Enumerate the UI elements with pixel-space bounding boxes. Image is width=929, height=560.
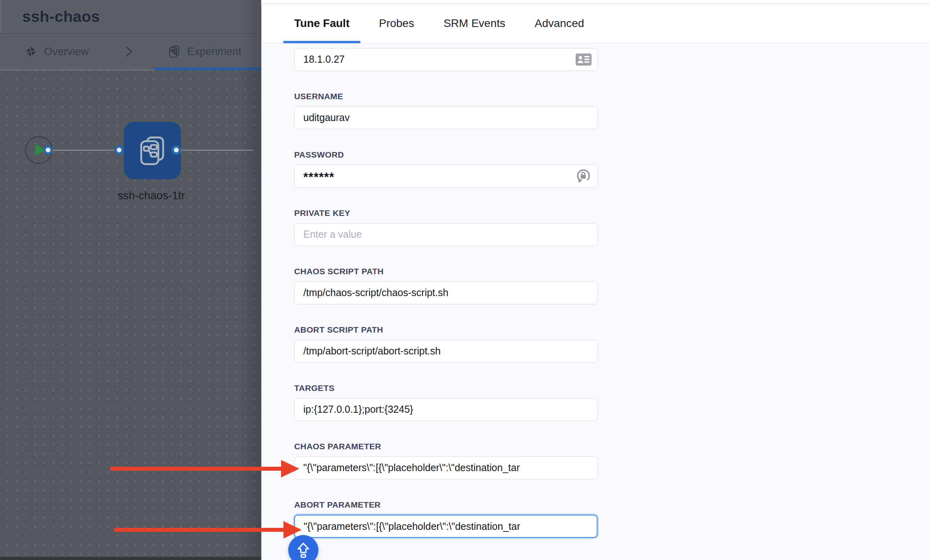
breadcrumb-experiment-label: Experiment <box>187 46 242 58</box>
fault-node-label: ssh-chaos-1tr <box>108 189 195 202</box>
window-bottom-edge <box>0 557 261 560</box>
connector-dot[interactable] <box>172 145 181 155</box>
breadcrumb: Overview Experime <box>0 33 261 70</box>
id-card-icon[interactable] <box>576 54 592 66</box>
field-ip-value: 18.1.0.27 <box>303 48 572 71</box>
page-title: ssh-chaos <box>22 8 100 25</box>
tab-tune-fault[interactable]: Tune Fault <box>283 4 360 43</box>
field-chaos-script-path-value: /tmp/chaos-script/chaos-script.sh <box>303 282 572 304</box>
field-ip: 18.1.0.27 <box>294 48 597 71</box>
field-targets-value: ip:{127.0.0.1};port:{3245} <box>303 398 572 421</box>
field-chaos-parameter-label: CHAOS PARAMETER <box>294 442 597 451</box>
field-abort-parameter-input[interactable]: "{\"parameters\":[{\"placeholder\":\"des… <box>294 515 597 538</box>
field-username-label: USERNAME <box>294 92 597 101</box>
field-chaos-script-path: CHAOS SCRIPT PATH/tmp/chaos-script/chaos… <box>294 267 597 304</box>
edge-line <box>181 150 254 151</box>
password-reset-icon[interactable] <box>575 168 592 185</box>
field-password-value: ****** <box>303 165 572 187</box>
field-chaos-parameter-input[interactable]: "{\"parameters\":[{\"placeholder\":\"des… <box>294 456 597 479</box>
field-abort-script-path-label: ABORT SCRIPT PATH <box>294 325 597 335</box>
drawer-tabs: Tune FaultProbesSRM EventsAdvanced <box>262 4 929 43</box>
titlebar: ssh-chaos <box>0 0 261 33</box>
field-chaos-parameter-value: "{\"parameters\":[{\"placeholder\":\"des… <box>303 457 572 479</box>
field-abort-parameter-label: ABORT PARAMETER <box>294 500 597 510</box>
field-username-value: uditgaurav <box>303 107 572 129</box>
field-abort-parameter-value: "{\"parameters\":[{\"placeholder\":\"des… <box>304 516 571 537</box>
fault-node-icon <box>139 136 166 166</box>
tune-fault-drawer: Tune FaultProbesSRM EventsAdvanced 18.1.… <box>261 4 929 560</box>
field-chaos-script-path-input[interactable]: /tmp/chaos-script/chaos-script.sh <box>294 281 597 304</box>
pipeline-canvas[interactable]: ssh-chaos-1tr <box>0 70 261 560</box>
app-window: ssh-chaos Overview <box>0 0 929 560</box>
field-abort-script-path-input[interactable]: /tmp/abort-script/abort-script.sh <box>294 340 597 363</box>
field-private-key-label: PRIVATE KEY <box>294 208 597 218</box>
drawer-body: 18.1.0.27USERNAMEuditgauravPASSWORD*****… <box>262 43 929 560</box>
field-username-input[interactable]: uditgaurav <box>294 106 597 129</box>
field-ip-input[interactable]: 18.1.0.27 <box>294 48 597 71</box>
field-targets-input[interactable]: ip:{127.0.0.1};port:{3245} <box>294 398 597 421</box>
breadcrumb-overview-label: Overview <box>44 46 89 58</box>
field-private-key: PRIVATE KEYEnter a value <box>294 208 597 246</box>
add-node-placeholder[interactable] <box>253 122 261 179</box>
field-abort-script-path: ABORT SCRIPT PATH/tmp/abort-script/abort… <box>294 325 597 363</box>
connector-dot[interactable] <box>114 145 124 155</box>
pipeline-panel: ssh-chaos Overview <box>0 0 261 560</box>
edge-line <box>53 150 124 151</box>
field-password-label: PASSWORD <box>294 150 597 160</box>
chevron-right-icon <box>125 46 133 58</box>
active-tab-underline <box>154 67 261 70</box>
field-targets-label: TARGETS <box>294 383 597 393</box>
tab-probes[interactable]: Probes <box>368 4 425 43</box>
breadcrumb-overview[interactable]: Overview <box>25 46 89 58</box>
field-password-input[interactable]: ****** <box>294 165 597 188</box>
breadcrumb-experiment[interactable]: Experiment <box>168 45 242 58</box>
field-password: PASSWORD****** <box>294 150 597 188</box>
field-targets: TARGETSip:{127.0.0.1};port:{3245} <box>294 383 597 421</box>
tab-advanced[interactable]: Advanced <box>524 4 596 43</box>
field-private-key-placeholder: Enter a value <box>303 223 572 246</box>
connector-dot[interactable] <box>43 145 53 155</box>
field-private-key-input[interactable]: Enter a value <box>294 223 597 246</box>
tab-srm-events[interactable]: SRM Events <box>432 4 517 43</box>
field-username: USERNAMEuditgaurav <box>294 92 597 129</box>
field-abort-parameter: ABORT PARAMETER"{\"parameters\":[{\"plac… <box>294 500 597 538</box>
field-abort-script-path-value: /tmp/abort-script/abort-script.sh <box>303 340 572 362</box>
experiment-builder-icon <box>168 45 180 58</box>
field-chaos-script-path-label: CHAOS SCRIPT PATH <box>294 267 597 276</box>
pinwheel-icon <box>25 46 37 58</box>
upload-arrow-icon <box>294 541 312 559</box>
field-chaos-parameter: CHAOS PARAMETER"{\"parameters\":[{\"plac… <box>294 442 597 479</box>
